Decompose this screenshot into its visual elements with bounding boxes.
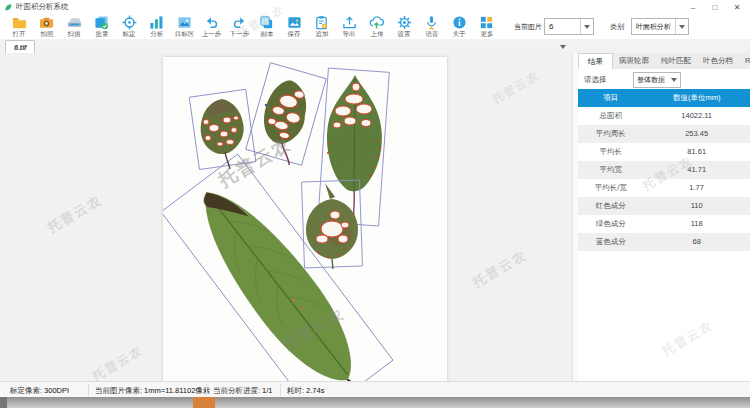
status-value: 300DPI bbox=[44, 386, 69, 395]
copy-icon bbox=[259, 15, 274, 30]
row-label: 平均长 bbox=[578, 143, 643, 161]
selector-label: 请选择 bbox=[584, 75, 607, 85]
minimize-button[interactable]: – bbox=[682, 1, 704, 14]
toolbar-button-save-image[interactable]: 保存 bbox=[281, 14, 307, 39]
close-button[interactable]: ✕ bbox=[726, 1, 748, 14]
row-label: 红色成分 bbox=[578, 197, 643, 215]
toolbar-button-label: 批量 bbox=[95, 30, 108, 37]
damaged-leaf-2 bbox=[255, 77, 312, 167]
maximize-button[interactable]: □ bbox=[704, 1, 726, 14]
results-tab-strip: 结果病斑轮廓纯叶匹配叶色分档RHS比色卡 bbox=[578, 53, 750, 70]
append-icon bbox=[314, 15, 329, 30]
toolbar-button-gear[interactable]: 设置 bbox=[391, 14, 417, 39]
folder-icon bbox=[12, 15, 27, 30]
row-label: 平均长/宽 bbox=[578, 179, 643, 197]
chevron-down-icon[interactable] bbox=[580, 19, 593, 34]
status-item-2: 当前分析进度:1/1 bbox=[213, 386, 273, 396]
status-bar: 标定像素:300DPI当前图片像素:1mm=11.81102像素当前分析进度:1… bbox=[0, 381, 750, 398]
main-area: 结果病斑轮廓纯叶匹配叶色分档RHS比色卡 请选择 整体数据 项目 数值(单位mm… bbox=[0, 53, 750, 381]
image-region-icon bbox=[177, 15, 192, 30]
chevron-down-icon[interactable] bbox=[675, 19, 688, 34]
row-label: 总面积 bbox=[578, 107, 643, 125]
results-tab-2[interactable]: 纯叶匹配 bbox=[655, 53, 697, 69]
scanner-icon bbox=[67, 15, 82, 30]
toolbar: 打开拍照扫描批量标定分析目标区上一步下一步副本保存追加导出上传设置语音关于更多 … bbox=[0, 14, 750, 39]
table-row[interactable]: 蓝色成分68 bbox=[578, 233, 750, 251]
leaf-stem bbox=[347, 373, 371, 381]
table-row[interactable]: 平均宽41.71 bbox=[578, 161, 750, 179]
results-table: 项目 数值(单位mm) 总面积14022.11平均周长253.45平均长81.6… bbox=[578, 89, 750, 251]
toolbar-button-redo[interactable]: 下一步 bbox=[226, 14, 252, 39]
status-value: 2.74s bbox=[306, 386, 324, 395]
toolbar-button-scanner[interactable]: 扫描 bbox=[61, 14, 87, 39]
results-tab-3[interactable]: 叶色分档 bbox=[697, 53, 739, 69]
toolbar-button-undo[interactable]: 上一步 bbox=[199, 14, 225, 39]
toolbar-button-info[interactable]: 关于 bbox=[446, 14, 472, 39]
toolbar-button-label: 标定 bbox=[123, 30, 136, 37]
toolbar-button-folder[interactable]: 打开 bbox=[6, 14, 32, 39]
category-select[interactable]: 叶面积分析 bbox=[631, 18, 689, 35]
toolbar-button-label: 导出 bbox=[343, 30, 356, 37]
toolbar-button-crosshair[interactable]: 标定 bbox=[116, 14, 142, 39]
table-row[interactable]: 平均长/宽1.77 bbox=[578, 179, 750, 197]
document-tab-active[interactable]: 6.tif bbox=[5, 40, 35, 54]
tab-list-dropdown[interactable] bbox=[556, 42, 570, 51]
results-tab-0[interactable]: 结果 bbox=[578, 53, 613, 70]
status-label: 当前分析进度: bbox=[213, 386, 260, 395]
image-canvas[interactable] bbox=[0, 53, 572, 381]
toolbar-button-batch[interactable]: 批量 bbox=[89, 14, 115, 39]
current-image-spinner[interactable]: 6 bbox=[544, 18, 594, 35]
results-panel: 结果病斑轮廓纯叶匹配叶色分档RHS比色卡 请选择 整体数据 项目 数值(单位mm… bbox=[578, 53, 750, 381]
bottom-strip-dark-segment bbox=[0, 397, 7, 408]
results-tab-1[interactable]: 病斑轮廓 bbox=[613, 53, 655, 69]
data-scope-select[interactable]: 整体数据 bbox=[633, 72, 681, 88]
toolbar-button-label: 更多 bbox=[480, 30, 493, 37]
table-row[interactable]: 绿色成分118 bbox=[578, 215, 750, 233]
row-value: 253.45 bbox=[643, 125, 750, 143]
results-tab-4[interactable]: RHS比色卡 bbox=[739, 53, 750, 69]
toolbar-button-label: 下一步 bbox=[229, 30, 248, 37]
toolbar-button-upload-cloud[interactable]: 上传 bbox=[364, 14, 390, 39]
row-value: 14022.11 bbox=[643, 107, 750, 125]
status-item-3: 耗时:2.74s bbox=[287, 386, 324, 396]
status-separator bbox=[88, 384, 89, 396]
current-image-value: 6 bbox=[545, 22, 580, 31]
toolbar-button-label: 打开 bbox=[13, 30, 26, 37]
toolbar-button-label: 保存 bbox=[288, 30, 301, 37]
data-scope-value: 整体数据 bbox=[634, 75, 671, 85]
crosshair-icon bbox=[122, 15, 137, 30]
toolbar-button-append[interactable]: 追加 bbox=[309, 14, 335, 39]
table-row[interactable]: 平均长81.61 bbox=[578, 143, 750, 161]
row-label: 平均周长 bbox=[578, 125, 643, 143]
row-label: 蓝色成分 bbox=[578, 233, 643, 251]
camera-icon bbox=[39, 15, 54, 30]
table-row[interactable]: 红色成分110 bbox=[578, 197, 750, 215]
toolbar-button-copy[interactable]: 副本 bbox=[254, 14, 280, 39]
toolbar-button-camera[interactable]: 拍照 bbox=[34, 14, 60, 39]
toolbar-button-bar-chart[interactable]: 分析 bbox=[144, 14, 170, 39]
bar-chart-icon bbox=[149, 15, 164, 30]
upload-cloud-icon bbox=[369, 15, 384, 30]
toolbar-items: 打开拍照扫描批量标定分析目标区上一步下一步副本保存追加导出上传设置语音关于更多 bbox=[6, 14, 500, 39]
toolbar-button-label: 设置 bbox=[398, 30, 411, 37]
status-separator bbox=[206, 384, 207, 396]
toolbar-button-export[interactable]: 导出 bbox=[336, 14, 362, 39]
undo-icon bbox=[204, 15, 219, 30]
table-row[interactable]: 平均周长253.45 bbox=[578, 125, 750, 143]
toolbar-button-more-grid[interactable]: 更多 bbox=[474, 14, 500, 39]
current-image-label: 当前图片 bbox=[514, 22, 542, 32]
table-row[interactable]: 总面积14022.11 bbox=[578, 107, 750, 125]
row-value: 118 bbox=[643, 215, 750, 233]
toolbar-button-image-region[interactable]: 目标区 bbox=[171, 14, 197, 39]
row-value: 1.77 bbox=[643, 179, 750, 197]
toolbar-button-microphone[interactable]: 语音 bbox=[419, 14, 445, 39]
row-label: 绿色成分 bbox=[578, 215, 643, 233]
analysis-image[interactable] bbox=[163, 57, 447, 381]
bottom-strip bbox=[0, 397, 750, 408]
batch-icon bbox=[94, 15, 109, 30]
status-value: 1/1 bbox=[262, 386, 272, 395]
toolbar-button-label: 目标区 bbox=[174, 30, 193, 37]
healthy-leaf-group bbox=[163, 154, 401, 381]
toolbar-button-label: 上一步 bbox=[202, 30, 221, 37]
row-label: 平均宽 bbox=[578, 161, 643, 179]
